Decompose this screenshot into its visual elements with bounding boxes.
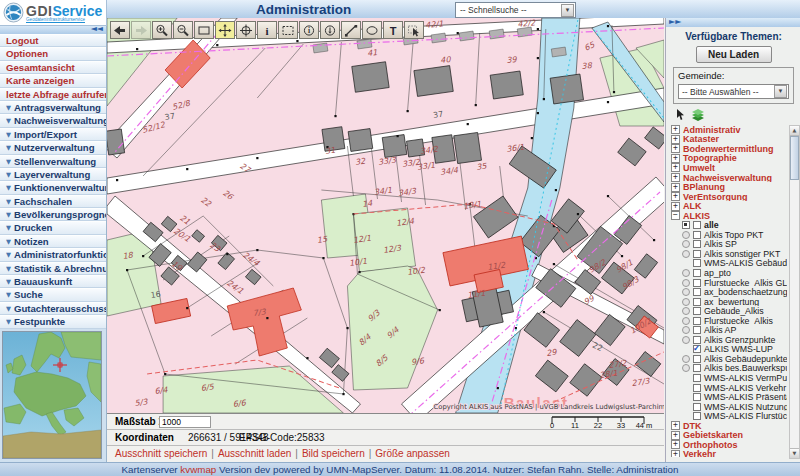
theme-checkbox[interactable]: [693, 307, 701, 315]
select-features-button[interactable]: [404, 21, 424, 39]
expand-box-icon[interactable]: +: [671, 192, 680, 201]
expand-box-icon[interactable]: +: [671, 202, 680, 211]
tree-scrollbar[interactable]: ▲ ▼: [789, 125, 800, 459]
theme-radio[interactable]: [682, 231, 690, 239]
theme-radio[interactable]: [682, 240, 690, 248]
theme-item-ap-pto[interactable]: ap_pto: [669, 268, 787, 278]
sidebar-section-import-export[interactable]: ▼Import/Export: [0, 128, 106, 141]
sidebar-section-nachweisverwaltung[interactable]: ▼Nachweisverwaltung: [0, 114, 106, 127]
expand-box-icon[interactable]: +: [671, 135, 680, 144]
theme-item-flurstuecke-alkis-gle[interactable]: Flurstuecke_Alkis GLE: [669, 278, 787, 288]
scroll-down-icon[interactable]: ▼: [790, 448, 799, 458]
measure-button[interactable]: [341, 21, 361, 39]
sidebar-section-administratorfunktionen[interactable]: ▼Administratorfunktionen: [0, 248, 106, 261]
sidebar-section-nutzerverwaltung[interactable]: ▼Nutzerverwaltung: [0, 141, 106, 154]
theme-item-ax-bewertung[interactable]: ax_bewertung: [669, 297, 787, 307]
sidebar-section-notizen[interactable]: ▼Notizen: [0, 235, 106, 248]
layers-icon[interactable]: [691, 109, 705, 121]
theme-group-bplanung[interactable]: +BPlanung: [669, 182, 787, 192]
theme-checkbox[interactable]: [693, 326, 701, 334]
theme-group-dtk[interactable]: +DTK: [669, 421, 787, 431]
scale-input[interactable]: [159, 416, 211, 428]
theme-group-orthophotos[interactable]: +Orthophotos: [669, 440, 787, 450]
theme-item-wms-alkis-nutzungen[interactable]: WMS-ALKIS Nutzungen: [669, 402, 787, 412]
theme-item-alkis-bes-bauwerkspunkte[interactable]: Alkis bes.Bauwerkspunkte: [669, 364, 787, 374]
recenter-button[interactable]: [236, 21, 256, 39]
sidebar-item-optionen[interactable]: Optionen: [0, 47, 106, 60]
theme-group-alk[interactable]: +ALK: [669, 201, 787, 211]
sidebar-section-antragsverwaltung[interactable]: ▼Antragsverwaltung: [0, 101, 106, 114]
sidebar-section-gutachterausschuss[interactable]: ▼Gutachterausschuss: [0, 302, 106, 315]
ausschnitt-speichern-link[interactable]: Ausschnitt speichern: [115, 448, 207, 459]
theme-item-alkis-geb-udepunkte[interactable]: Alkis Gebäudepunkte: [669, 354, 787, 364]
theme-checkbox[interactable]: [693, 355, 701, 363]
sidebar-section-layerverwaltung[interactable]: ▼Layerverwaltung: [0, 168, 106, 181]
back-button[interactable]: [110, 21, 130, 39]
expand-box-icon[interactable]: +: [671, 440, 680, 449]
theme-item-wms-alkis-verkehr[interactable]: WMS-ALKIS Verkehr: [669, 383, 787, 393]
expand-box-icon[interactable]: +: [671, 173, 680, 182]
scroll-up-icon[interactable]: ▲: [790, 126, 799, 136]
sidebar-section-suche[interactable]: ▼Suche: [0, 288, 106, 301]
gdi-logo[interactable]: GDIService Geodateninfrastrukturservice: [0, 0, 107, 26]
sidebar-section-statistik-abrechnung[interactable]: ▼Statistik & Abrechnung: [0, 262, 106, 275]
theme-radio[interactable]: [682, 317, 690, 325]
polygon-query-button[interactable]: [362, 21, 382, 39]
map-canvas[interactable]: 42/142/26552/852/12414039383737313233/33…: [107, 18, 664, 414]
pointer-icon[interactable]: [675, 109, 686, 121]
theme-item-flurstuecke-alkis[interactable]: Flurstuecke_Alkis: [669, 316, 787, 326]
theme-radio[interactable]: [682, 326, 690, 334]
theme-radio[interactable]: [682, 269, 690, 277]
overview-map[interactable]: [2, 331, 102, 459]
sidebar-item-gesamtansicht[interactable]: Gesamtansicht: [0, 61, 106, 74]
panel-collapse-strip[interactable]: ►►: [666, 18, 800, 27]
theme-item-wms-alkis-flurst-cke[interactable]: WMS-ALKIS Flurstücke: [669, 411, 787, 421]
sidebar-section-bev-lkerungsprognose[interactable]: ▼Bevölkerungsprognose: [0, 208, 106, 221]
theme-group-umwelt[interactable]: +Umwelt: [669, 163, 787, 173]
theme-group-verkehr[interactable]: +Verkehr: [669, 450, 787, 457]
theme-group-alkis[interactable]: −ALKIS: [669, 211, 787, 221]
theme-item-wms-alkis-pr-sentation[interactable]: WMS-ALKIS Präsentation: [669, 392, 787, 402]
theme-checkbox[interactable]: [693, 288, 701, 296]
expand-box-icon[interactable]: +: [671, 154, 680, 163]
theme-item-alkis-wms-lup[interactable]: ALKIS WMS-LUP: [669, 345, 787, 355]
theme-radio[interactable]: [682, 298, 690, 306]
scroll-thumb[interactable]: [790, 136, 799, 180]
sidebar-item-letzte-abfrage-aufrufen[interactable]: letzte Abfrage aufrufen: [0, 88, 106, 101]
forward-button[interactable]: [131, 21, 151, 39]
zoom-in-button[interactable]: [152, 21, 172, 39]
theme-item-alle[interactable]: alle: [669, 220, 787, 230]
theme-item-wms-alkis-vermpunkte[interactable]: WMS-ALKIS VermPunkte: [669, 373, 787, 383]
theme-item-geb-ude-alkis[interactable]: Gebäude_Alkis: [669, 306, 787, 316]
zoom-box-button[interactable]: [194, 21, 214, 39]
theme-group-topographie[interactable]: +Topographie: [669, 154, 787, 164]
sidebar-section-funktionenverwaltung[interactable]: ▼Funktionenverwaltung: [0, 181, 106, 194]
theme-checkbox[interactable]: [693, 269, 701, 277]
theme-radio[interactable]: [682, 279, 690, 287]
expand-box-icon[interactable]: +: [671, 125, 680, 134]
expand-box-icon[interactable]: +: [671, 431, 680, 440]
theme-radio[interactable]: [682, 307, 690, 315]
sidebar-section-stellenverwaltung[interactable]: ▼Stellenverwaltung: [0, 155, 106, 168]
sidebar-section-bauauskunft[interactable]: ▼Bauauskunft: [0, 275, 106, 288]
theme-group-bodenwertermittlung[interactable]: +Bodenwertermittlung: [669, 144, 787, 154]
theme-radio[interactable]: [682, 288, 690, 296]
theme-group-administrativ[interactable]: +Administrativ: [669, 125, 787, 135]
sidebar-section-festpunkte[interactable]: ▼Festpunkte: [0, 315, 106, 328]
pan-button[interactable]: [215, 21, 235, 39]
expand-box-icon[interactable]: +: [671, 421, 680, 430]
theme-radio[interactable]: [682, 336, 690, 344]
theme-checkbox[interactable]: [693, 279, 701, 287]
theme-checkbox[interactable]: [693, 240, 701, 248]
quick-search-select[interactable]: -- Schnellsuche -- ▼: [455, 2, 576, 18]
theme-radio[interactable]: [682, 355, 690, 363]
theme-group-gebietskarten[interactable]: +Gebietskarten: [669, 431, 787, 441]
gemeinde-select[interactable]: -- Bitte Auswählen -- ▼: [678, 84, 789, 99]
theme-checkbox[interactable]: [693, 317, 701, 325]
area-select-button[interactable]: [278, 21, 298, 39]
theme-item-alkis-sonstiger-pkt[interactable]: Alkis sonstiger PKT: [669, 249, 787, 259]
theme-checkbox[interactable]: [693, 231, 701, 239]
theme-checkbox[interactable]: [693, 403, 701, 411]
collapse-right-icon[interactable]: ►►: [669, 17, 681, 26]
theme-group-kataster[interactable]: +Kataster: [669, 135, 787, 145]
